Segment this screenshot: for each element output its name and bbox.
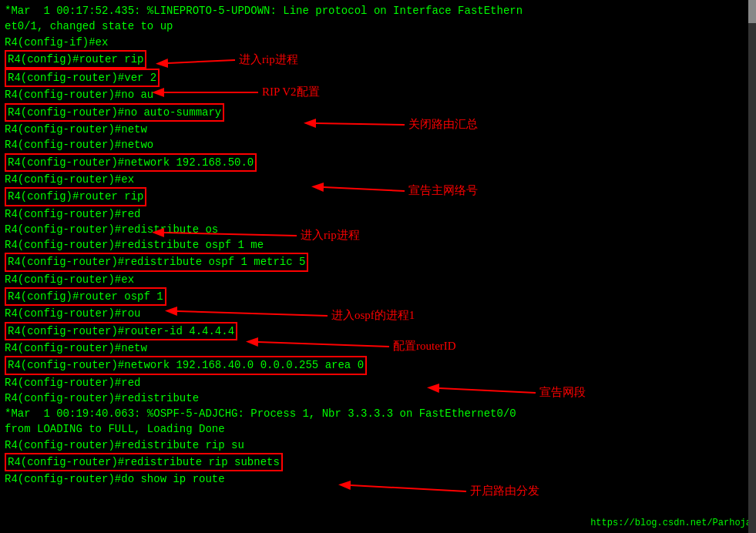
terminal-line: R4(config-router)#ver 2 — [5, 69, 751, 87]
terminal: *Mar 1 00:17:52.435: %LINEPROTO-5-UPDOWN… — [0, 0, 756, 533]
terminal-line: R4(config)#router rip — [5, 187, 751, 206]
terminal-line: R4(config-router)#redistribute rip su — [5, 437, 751, 453]
terminal-line: R4(config-router)#ex — [5, 272, 751, 287]
highlighted-command: R4(config-router)#redistribute rip subne… — [5, 453, 283, 471]
terminal-line: R4(config-router)#redistribute rip subne… — [5, 453, 751, 471]
terminal-line: R4(config-router)#netw — [5, 340, 751, 356]
highlighted-command: R4(config-router)#no auto-summary — [5, 103, 224, 122]
terminal-line: R4(config)#router rip — [5, 50, 751, 69]
terminal-line: et0/1, changed state to up — [5, 18, 751, 34]
highlighted-command: R4(config)#router rip — [5, 187, 146, 206]
terminal-line: R4(config-router)#router-id 4.4.4.4 — [5, 322, 751, 340]
terminal-line: R4(config-router)#do show ip route — [5, 471, 751, 487]
terminal-line: R4(config-router)#ex — [5, 172, 751, 187]
highlighted-command: R4(config-router)#router-id 4.4.4.4 — [5, 322, 237, 340]
terminal-line: R4(config-router)#no auto-summary — [5, 103, 751, 122]
terminal-line: R4(config-router)#red — [5, 206, 751, 222]
terminal-line: R4(config-if)#ex — [5, 35, 751, 50]
terminal-line: R4(config-router)#redistribute ospf 1 me — [5, 237, 751, 253]
terminal-line: R4(config)#router ospf 1 — [5, 287, 751, 306]
highlighted-command: R4(config)#router ospf 1 — [5, 287, 166, 306]
terminal-line: *Mar 1 00:19:40.063: %OSPF-5-ADJCHG: Pro… — [5, 406, 751, 421]
terminal-line: R4(config-router)#netw — [5, 122, 751, 137]
highlighted-command: R4(config-router)#ver 2 — [5, 69, 160, 87]
terminal-line: R4(config-router)#no au — [5, 87, 751, 102]
terminal-line: R4(config-router)#netwo — [5, 137, 751, 153]
terminal-line: from LOADING to FULL, Loading Done — [5, 421, 751, 437]
terminal-line: R4(config-router)#red — [5, 375, 751, 391]
terminal-line: R4(config-router)#redistribute ospf 1 me… — [5, 253, 751, 271]
terminal-line: *Mar 1 00:17:52.435: %LINEPROTO-5-UPDOWN… — [5, 3, 751, 18]
highlighted-command: R4(config-router)#redistribute ospf 1 me… — [5, 253, 308, 271]
url-label: https://blog.csdn.net/Parhoja — [590, 518, 751, 528]
terminal-line: R4(config-router)#rou — [5, 306, 751, 321]
terminal-line: R4(config-router)#redistribute os — [5, 222, 751, 237]
highlighted-command: R4(config-router)#network 192.168.40.0 0… — [5, 356, 367, 374]
scrollbar-thumb[interactable] — [748, 0, 756, 23]
terminal-line: R4(config-router)#redistribute — [5, 391, 751, 406]
terminal-line: R4(config-router)#network 192.168.40.0 0… — [5, 356, 751, 374]
highlighted-command: R4(config-router)#network 192.168.50.0 — [5, 153, 257, 172]
terminal-line: R4(config-router)#network 192.168.50.0 — [5, 153, 751, 172]
highlighted-command: R4(config)#router rip — [5, 50, 146, 69]
scrollbar[interactable] — [748, 0, 756, 533]
